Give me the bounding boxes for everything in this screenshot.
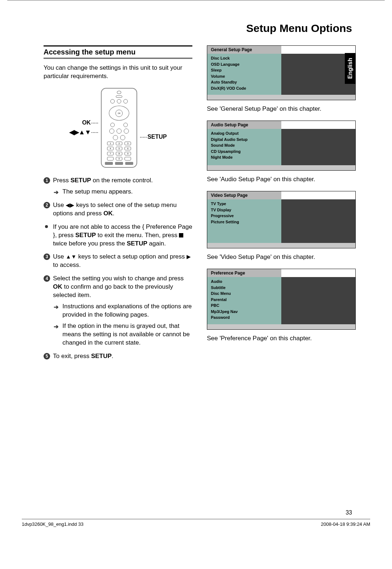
menu-item: TV Display: [211, 207, 278, 213]
menu-header: Video Setup Page: [207, 191, 281, 199]
preference-menu-screenshot: Preference Page Audio Subtitle Disc Menu…: [207, 269, 356, 330]
section-heading: Accessing the setup menu: [44, 45, 192, 59]
nav-arrows-label: ◀▶▲▼: [69, 129, 91, 136]
menu-item: Auto Standby: [211, 79, 278, 85]
result-arrow-icon: ➔: [54, 188, 58, 196]
menu-header: General Setup Page: [207, 46, 281, 54]
menu-item: DivX(R) VOD Code: [211, 85, 278, 92]
step-number-icon: 3: [44, 253, 50, 260]
intro-text: You can change the settings in this unit…: [44, 64, 192, 81]
step-number-icon: 1: [44, 177, 50, 184]
step-number-icon: 4: [44, 275, 50, 282]
menu-item: Volume: [211, 73, 278, 80]
instruction-steps: 1 Press SETUP on the remote control. ➔Th…: [44, 176, 192, 218]
left-column: Accessing the setup menu You can change …: [44, 45, 192, 366]
general-setup-menu-screenshot: General Setup Page Disc Lock OSD Languag…: [207, 45, 356, 100]
bullet-icon: [45, 225, 48, 228]
step-text: Select the setting you wish to change an…: [53, 275, 184, 298]
setup-label: SETUP: [147, 134, 167, 140]
right-column: General Setup Page Disc Lock OSD Languag…: [207, 45, 356, 366]
document-footer: 1dvp3260K_98_eng1.indd 33 2008-04-18 9:3…: [22, 519, 370, 527]
menu-caption: See 'Audio Setup Page' on this chapter.: [207, 176, 356, 183]
step-result: Instructions and explanations of the opt…: [62, 303, 192, 318]
manual-page: English Setup Menu Options Accessing the…: [0, 0, 392, 545]
remote-illustration: OK ◀▶▲▼ OK 123 456 789 0 SET: [44, 88, 192, 168]
result-arrow-icon: ➔: [54, 303, 58, 311]
step-text: Use ▲▼ keys to select a setup option and…: [53, 253, 191, 268]
step-result: The setup menu appears.: [62, 188, 133, 195]
menu-item: Disc Menu: [211, 290, 278, 297]
menu-item: Picture Setting: [211, 219, 278, 225]
step-number-icon: 5: [44, 353, 50, 359]
menu-item: CD Upsampling: [211, 149, 278, 155]
stop-button-icon: [179, 233, 183, 237]
footer-filename: 1dvp3260K_98_eng1.indd 33: [22, 521, 83, 527]
menu-item: Night Mode: [211, 154, 278, 160]
language-tab: English: [345, 53, 356, 84]
menu-item: TV Type: [211, 201, 278, 207]
step-text: Press SETUP on the remote control.: [53, 177, 153, 184]
menu-item: Disc Lock: [211, 55, 278, 61]
menu-item: Subtitle: [211, 285, 278, 291]
menu-item: OSD Language: [211, 61, 278, 68]
menu-item: Sleep: [211, 67, 278, 73]
footer-timestamp: 2008-04-18 9:39:24 AM: [321, 521, 370, 527]
remote-control-icon: OK 123 456 789 0: [101, 88, 137, 168]
menu-item: Audio: [211, 279, 278, 285]
step-result: If the option in the menu is grayed out,…: [62, 322, 190, 346]
menu-item: Password: [211, 314, 278, 321]
step-text: Use ◀▶ keys to select one of the setup m…: [53, 202, 177, 217]
menu-item: Parental: [211, 297, 278, 303]
menu-items-panel: Analog Output Digital Audio Setup Sound …: [207, 129, 281, 165]
video-setup-menu-screenshot: Video Setup Page TV Type TV Display Prog…: [207, 191, 356, 248]
result-arrow-icon: ➔: [54, 323, 58, 331]
step-text: To exit, press SETUP.: [53, 353, 113, 359]
menu-header: Audio Setup Page: [207, 121, 281, 129]
instruction-steps-cont: 3 Use ▲▼ keys to select a setup option a…: [44, 253, 192, 360]
menu-items-panel: Audio Subtitle Disc Menu Parental PBC Mp…: [207, 277, 281, 324]
page-title: Setup Menu Options: [44, 22, 356, 34]
menu-caption: See 'Preference Page' on this chapter.: [207, 335, 356, 342]
menu-caption: See 'Video Setup Page' on this chapter.: [207, 253, 356, 261]
audio-setup-menu-screenshot: Audio Setup Page Analog Output Digital A…: [207, 121, 356, 171]
menu-item: Analog Output: [211, 130, 278, 137]
menu-item: Mp3/Jpeg Nav: [211, 309, 278, 315]
menu-item: Progressive: [211, 213, 278, 219]
menu-item: Sound Mode: [211, 142, 278, 149]
page-number: 33: [346, 509, 352, 516]
step-number-icon: 2: [44, 202, 50, 208]
menu-item: PBC: [211, 302, 278, 309]
note-bullet: If you are not able to access the { Pref…: [44, 223, 192, 248]
menu-items-panel: TV Type TV Display Progressive Picture S…: [207, 199, 281, 243]
menu-items-panel: Disc Lock OSD Language Sleep Volume Auto…: [207, 54, 281, 95]
menu-caption: See 'General Setup Page' on this chapter…: [207, 105, 356, 113]
ok-label: OK: [82, 119, 91, 126]
menu-item: Digital Audio Setup: [211, 137, 278, 143]
menu-header: Preference Page: [207, 269, 281, 277]
